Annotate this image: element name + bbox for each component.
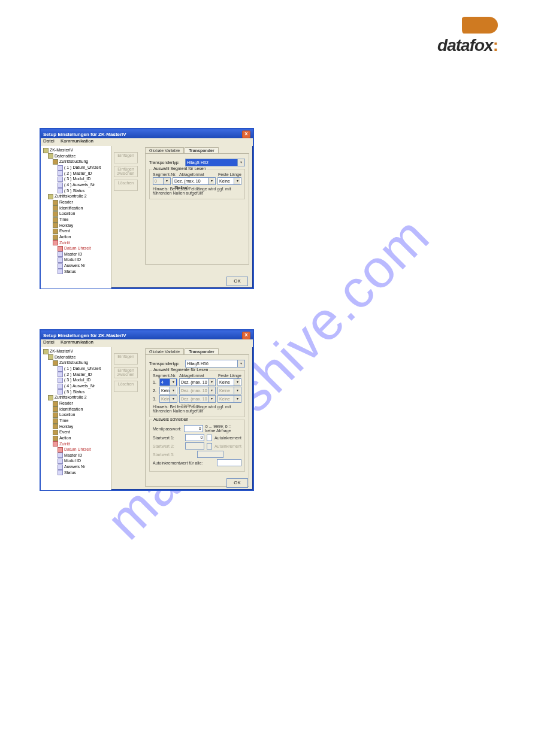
tree-reader[interactable]: Reader (59, 401, 73, 405)
tree-action[interactable]: Action (59, 235, 71, 239)
tree-f2[interactable]: ( 2 ) Master_ID (64, 372, 92, 377)
menu-datei[interactable]: Datei (43, 339, 55, 345)
chevron-down-icon[interactable]: ▾ (237, 360, 244, 367)
tree-f4[interactable]: ( 4 ) Ausweis_Nr (64, 183, 95, 187)
read-group-legend: Auswahl Segment für Lesen (152, 166, 207, 171)
tree-zk2[interactable]: Zutrittskontrolle 2 (55, 395, 87, 399)
close-button[interactable]: X (242, 130, 250, 138)
transpondertyp-value: HitagS H32 (187, 160, 208, 165)
tab-transponder[interactable]: Transponder (185, 147, 218, 153)
tree-event[interactable]: Event (59, 229, 70, 233)
tree-du[interactable]: Datum Uhrzeit (64, 447, 91, 451)
tree-identification[interactable]: Identification (59, 407, 83, 411)
autoinc-label: Autoinkrement (214, 436, 241, 440)
tree-zk2[interactable]: Zutrittskontrolle 2 (55, 194, 87, 198)
sv1-label: Startwert 1: (153, 436, 183, 440)
tree-event[interactable]: Event (59, 430, 70, 434)
seg3-nr: Kein (159, 395, 177, 403)
tree-f5[interactable]: ( 5 ) Status (64, 189, 84, 193)
tree-time[interactable]: Time (59, 418, 68, 423)
tree-action[interactable]: Action (59, 436, 71, 440)
tree-mid[interactable]: Master ID (64, 252, 82, 256)
autoinc-label-2: Autoinkrement (214, 444, 241, 448)
tree-holiday[interactable]: Holiday (59, 223, 73, 227)
seg1-len[interactable]: Keine (217, 378, 241, 386)
menu-kommunikation[interactable]: Kommunikation (61, 138, 93, 144)
tree-awnr[interactable]: Ausweis Nr (64, 464, 85, 469)
tree-f3[interactable]: ( 3 ) Modul_ID (64, 177, 90, 181)
menupw-hint: 0 ... 9999; 0 = keine Abfrage (205, 424, 241, 433)
tree-zutrittsbuchung[interactable]: Zutrittsbuchung (59, 360, 88, 365)
logo-colon: : (493, 36, 498, 54)
sv3-label: Startwert 3: (153, 453, 195, 457)
tree-awnr[interactable]: Ausweis Nr (64, 263, 85, 268)
tree-status[interactable]: Status (64, 269, 76, 274)
menubar: Datei Kommunikation (41, 339, 253, 347)
read-segment-group: Auswahl Segment für Lesen Segment-Nr. Ab… (149, 169, 245, 199)
tree-time[interactable]: Time (59, 217, 68, 221)
tree-mid[interactable]: Master ID (64, 453, 82, 457)
sv3-field (197, 451, 223, 458)
transpondertyp-select[interactable]: HitagS H32 ▾ (185, 159, 245, 166)
tab-panel-transponder: Transpondertyp: HitagS H56 ▾ Auswahl Seg… (145, 354, 249, 487)
tabs: Globale Variable Transponder Transponder… (145, 348, 249, 487)
read-segments-group: Auswahl Segmente für Lesen Segment-Nr. A… (149, 370, 245, 417)
tree-zutritt[interactable]: Zutritt (59, 241, 70, 245)
transpondertyp-select[interactable]: HitagS H56 ▾ (185, 360, 245, 368)
hint-text: Hinweis: Bei fester Feldlänge wird ggf. … (153, 187, 241, 195)
sv2-label: Startwert 2: (153, 444, 183, 448)
sv1-field[interactable]: 0 (185, 434, 205, 441)
seg2-nr[interactable]: Kein (159, 387, 177, 394)
tab-globale[interactable]: Globale Variable (145, 147, 184, 153)
tree-status[interactable]: Status (64, 470, 76, 475)
fixedlen-select[interactable]: Keine (217, 177, 241, 185)
ok-button[interactable]: OK (226, 478, 248, 488)
tree-moid[interactable]: Modul ID (64, 459, 81, 463)
sv1-autoinc-checkbox[interactable] (207, 435, 211, 441)
tree-datensaetze[interactable]: Datensätze (55, 154, 75, 158)
logo-word: datafox: (437, 36, 498, 54)
tab-transponder[interactable]: Transponder (185, 348, 218, 354)
close-button[interactable]: X (242, 332, 250, 339)
tree-holiday[interactable]: Holiday (59, 424, 73, 429)
page: • • • • • • • • • • • • • • • • • • • • … (0, 0, 535, 756)
fox-icon (462, 17, 498, 34)
menu-datei[interactable]: Datei (43, 138, 55, 144)
tree-f2[interactable]: ( 2 ) Master_ID (64, 171, 92, 175)
hdr-segmentnr: Segment-Nr. (153, 374, 179, 378)
format-select[interactable]: Dez. (max. 10 Stellen) (173, 177, 216, 185)
tree-f3[interactable]: ( 3 ) Modul_ID (64, 378, 90, 382)
ok-button[interactable]: OK (226, 277, 248, 286)
tree-zutrittsbuchung[interactable]: Zutrittsbuchung (59, 159, 88, 163)
tree-f4[interactable]: ( 4 ) Ausweis_Nr (64, 384, 95, 388)
insert-between-button: Einfügen zwischen (114, 166, 138, 177)
tree-view[interactable]: ZK-MasterIV Datensätze Zutrittsbuchung (… (41, 347, 111, 490)
menupw-field[interactable]: 0 (184, 425, 203, 432)
chevron-down-icon[interactable]: ▾ (237, 159, 244, 166)
autoincall-field[interactable] (217, 459, 241, 466)
tree-reader[interactable]: Reader (59, 200, 73, 204)
tab-globale[interactable]: Globale Variable (145, 348, 184, 354)
tree-f1[interactable]: ( 1 ) Datum_Uhrzeit (64, 165, 101, 169)
tree-root[interactable]: ZK-MasterIV (50, 349, 73, 353)
read-group-legend: Auswahl Segmente für Lesen (152, 368, 209, 372)
row-1-label: 1. (153, 380, 158, 384)
tree-f5[interactable]: ( 5 ) Status (64, 390, 84, 394)
tree-moid[interactable]: Modul ID (64, 257, 81, 262)
tree-identification[interactable]: Identification (59, 206, 83, 210)
seg1-format[interactable]: Dez. (max. 10 Stellen) (179, 378, 216, 386)
tree-datensaetze[interactable]: Datensätze (55, 355, 75, 359)
tree-zutritt[interactable]: Zutritt (59, 442, 70, 446)
delete-button: Löschen (114, 180, 138, 191)
hdr-festelaenge: Feste Länge (211, 374, 241, 378)
tree-location[interactable]: Location (59, 211, 75, 215)
tree-view[interactable]: ZK-MasterIV Datensätze Zutrittsbuchung (… (41, 146, 111, 289)
transpondertyp-value: HitagS H56 (187, 362, 208, 366)
transpondertyp-label: Transpondertyp: (149, 160, 185, 165)
tree-f1[interactable]: ( 1 ) Datum_Uhrzeit (64, 366, 101, 371)
menu-kommunikation[interactable]: Kommunikation (61, 339, 93, 345)
tree-du[interactable]: Datum Uhrzeit (64, 246, 91, 250)
tree-root[interactable]: ZK-MasterIV (50, 148, 73, 152)
tree-location[interactable]: Location (59, 412, 75, 417)
seg1-nr[interactable]: 4 (159, 378, 177, 386)
